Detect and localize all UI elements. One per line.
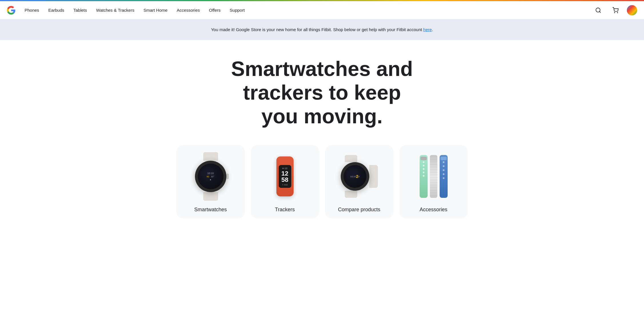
- nav-item-accessories[interactable]: Accessories: [177, 8, 200, 13]
- accessories-image: [408, 151, 459, 202]
- user-avatar[interactable]: [627, 5, 637, 15]
- nav-item-support[interactable]: Support: [230, 8, 245, 13]
- product-cards-section: 10:10 62 32° ● Smartwatches ♥ 68: [0, 139, 644, 230]
- banner-link[interactable]: here: [423, 27, 432, 32]
- product-card-compare[interactable]: 10:10 2 8 Compare products: [325, 145, 394, 218]
- nav-item-offers[interactable]: Offers: [209, 8, 221, 13]
- nav-actions: [593, 5, 637, 16]
- smartwatch-image: 10:10 62 32° ●: [185, 151, 236, 202]
- tracker-image: ♥ 68 12 58 7,546: [259, 151, 311, 202]
- svg-point-3: [617, 12, 618, 13]
- cart-button[interactable]: [610, 5, 621, 16]
- nav-item-phones[interactable]: Phones: [25, 8, 39, 13]
- svg-point-0: [596, 8, 600, 12]
- hero-section: Smartwatches and trackers to keep you mo…: [0, 40, 644, 139]
- google-logo[interactable]: [7, 6, 15, 15]
- nav-item-watches[interactable]: Watches & Trackers: [96, 8, 134, 13]
- product-card-smartwatches[interactable]: 10:10 62 32° ● Smartwatches: [176, 145, 245, 218]
- product-card-trackers[interactable]: ♥ 68 12 58 7,546 Trackers: [251, 145, 319, 218]
- main-nav: Phones Earbuds Tablets Watches & Tracker…: [0, 1, 644, 19]
- nav-links: Phones Earbuds Tablets Watches & Tracker…: [25, 8, 593, 13]
- announcement-banner: You made it! Google Store is your new ho…: [0, 19, 644, 40]
- product-card-accessories[interactable]: Accessories: [399, 145, 468, 218]
- hero-headline: Smartwatches and trackers to keep you mo…: [222, 57, 422, 128]
- nav-item-smart-home[interactable]: Smart Home: [143, 8, 168, 13]
- search-button[interactable]: [593, 5, 604, 16]
- trackers-label: Trackers: [275, 207, 295, 213]
- svg-point-2: [614, 12, 615, 13]
- smartwatches-label: Smartwatches: [194, 207, 227, 213]
- compare-label: Compare products: [338, 207, 380, 213]
- accessories-label: Accessories: [420, 207, 447, 213]
- svg-line-1: [599, 11, 601, 13]
- banner-text: You made it! Google Store is your new ho…: [211, 27, 423, 32]
- nav-item-tablets[interactable]: Tablets: [73, 8, 87, 13]
- nav-item-earbuds[interactable]: Earbuds: [48, 8, 64, 13]
- compare-image: 10:10 2 8: [334, 151, 385, 202]
